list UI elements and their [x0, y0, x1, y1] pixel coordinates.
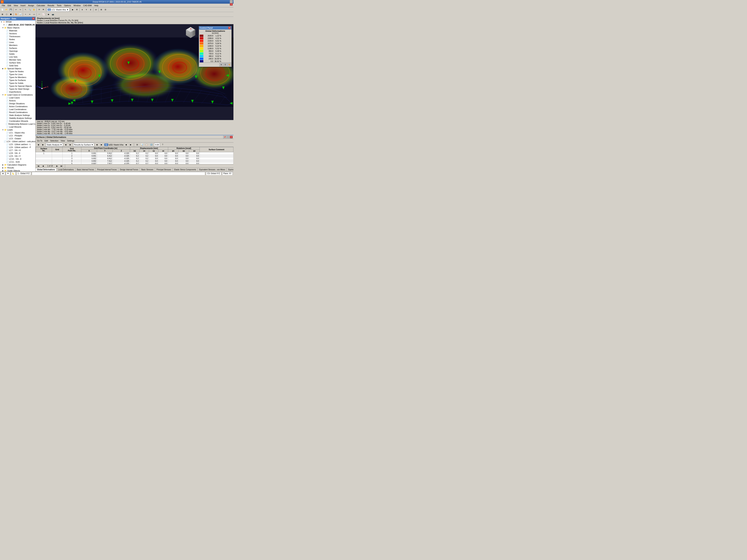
tree-item-load-wizards[interactable]: 📄Load Wizards [0, 126, 35, 128]
table-row[interactable]: 50.0027.912-0.3250.20.20.00.00.00.00.0 [36, 162, 233, 164]
results-table-wrapper[interactable]: SurfaceNo. Grid GridPoint No. Grid Point… [35, 147, 233, 164]
openings-arrow[interactable] [4, 50, 6, 52]
types-lines-arrow[interactable] [4, 73, 6, 76]
tree-item-stability-analysis[interactable]: 📄Stability Analysis Settings [0, 117, 35, 119]
page-next-button[interactable]: ▶ [55, 164, 59, 168]
settings-button[interactable]: ⚙ [75, 8, 79, 12]
solid-button[interactable]: ⬢ [9, 12, 13, 17]
menu-item-insert[interactable]: Insert [19, 4, 27, 7]
maximize-button[interactable]: □ [230, 1, 233, 3]
lc5-arrow[interactable] [4, 143, 6, 145]
extra-button-2[interactable]: ⊟ [103, 8, 107, 12]
types-solids-arrow[interactable] [4, 82, 6, 84]
status-icon-2[interactable]: 👁 [6, 172, 10, 175]
lc2-arrow[interactable] [4, 135, 6, 137]
tree-item-members[interactable]: 📄Members [0, 44, 35, 47]
tree-item-solid-sets[interactable]: 📄Solid Sets [0, 64, 35, 67]
tree-item-types-surfaces[interactable]: 📄Types for Surfaces [0, 79, 35, 82]
tree-item-combination-wizards[interactable]: 📄Combination Wizards [0, 119, 35, 123]
tree-item-results[interactable]: ▶📁Results [0, 166, 35, 169]
menu-item-file[interactable]: File [1, 4, 6, 7]
tree-item-types-solids[interactable]: 📄Types for Solids [0, 82, 35, 85]
analysis-next-button[interactable]: ▶ [69, 143, 72, 147]
result-tab-6[interactable]: Principal Stresses [155, 168, 173, 171]
results-maximize-button[interactable]: □ [227, 136, 229, 138]
tree-item-load-cases-sub[interactable]: 📄Load Cases [0, 96, 35, 99]
rfem-arrow[interactable]: ▼ [0, 21, 3, 23]
action-combinations-arrow[interactable] [4, 105, 6, 108]
members-arrow[interactable] [4, 44, 6, 46]
tree-item-lc7[interactable]: 📄LC7 - Vítr +X [0, 149, 35, 152]
table-btn-2[interactable]: 📊 [140, 143, 144, 147]
sections-arrow[interactable] [4, 32, 6, 35]
menu-item-window[interactable]: Window [72, 4, 82, 7]
tree-item-lines[interactable]: 📄Lines [0, 41, 35, 44]
result-button[interactable]: 📈 [42, 12, 45, 17]
tree-item-actions[interactable]: 📄Actions [0, 99, 35, 102]
result-tab-9[interactable]: Equivalent Stresses - Tresca [227, 168, 233, 171]
lc3-arrow[interactable] [4, 137, 6, 140]
tree-item-loads[interactable]: ▼📁Loads [0, 128, 35, 131]
surfaces-arrow[interactable] [4, 47, 6, 49]
pan-button[interactable]: ✋ [32, 8, 36, 12]
wireframe-button[interactable]: ⬡ [5, 12, 8, 17]
line-sets-arrow[interactable] [4, 56, 6, 58]
cp-close-button[interactable]: ✕ [228, 27, 231, 29]
special-objects-arrow[interactable]: ▶ [2, 68, 4, 70]
menu-edit[interactable]: Edit [44, 139, 49, 142]
menu-item-cad-bim[interactable]: CAD-BIM [82, 4, 93, 7]
tree-item-result-combinations[interactable]: 📄Result Combinations [0, 111, 35, 114]
menu-item-options[interactable]: Options [63, 4, 72, 7]
animate-button[interactable]: ▶ [47, 12, 51, 17]
load-wizards-arrow[interactable] [4, 126, 6, 128]
menu-item-tools[interactable]: Tools [56, 4, 62, 7]
deform-button[interactable]: 〰 [37, 12, 41, 17]
table-btn-3[interactable]: 📋 [145, 143, 149, 147]
tree-item-lc2[interactable]: 📄LC2 - Předpětí [0, 134, 35, 137]
axis-x-button[interactable]: X [80, 8, 84, 12]
result-tab-4[interactable]: Design Internal Forces [118, 168, 140, 171]
lc-prev-button[interactable]: ◀ [124, 143, 128, 147]
tree-item-calc-diagrams[interactable]: ▶📁Calculation Diagrams [0, 163, 35, 166]
select-button[interactable]: ↖ [24, 8, 28, 12]
basic-objects-arrow[interactable]: ▼ [2, 27, 4, 29]
tree-item-relationship[interactable]: 📄Relationship Between Load Cases [0, 123, 35, 126]
lc7-arrow[interactable] [4, 149, 6, 151]
file-arrow[interactable]: ▼ [3, 24, 5, 26]
color-button[interactable]: 🎨 [14, 12, 18, 17]
menu-item-edit[interactable]: Edit [6, 4, 12, 7]
tree-item-load-cases[interactable]: ▼📁Load Cases & Combinations [0, 93, 35, 96]
result-tab-5[interactable]: Basic Stresses [140, 168, 155, 171]
tree-item-lc3[interactable]: 📄LC3 - Ostatní [0, 137, 35, 140]
actions-arrow[interactable] [4, 100, 6, 102]
lc1-arrow[interactable] [4, 132, 6, 134]
close-button[interactable]: ✕ [230, 3, 233, 6]
menu-item-assign[interactable]: Assign [27, 4, 35, 7]
member-button[interactable]: ━ [28, 12, 32, 17]
tree-item-basic-objects[interactable]: ▼📁Basic Objects [0, 26, 35, 29]
types-members-arrow[interactable] [4, 76, 6, 78]
table-row[interactable]: 40.0027.412-0.3250.20.20.00.00.00.00.0 [36, 160, 233, 162]
results-arrow[interactable]: ▶ [2, 167, 4, 169]
tree-item-load-combinations[interactable]: 📄Load Combinations [0, 108, 35, 111]
lc9-arrow[interactable] [4, 155, 6, 157]
types-nodes-arrow[interactable] [4, 70, 6, 73]
analysis-type-dropdown[interactable]: Static Analysis ▼ [46, 143, 63, 146]
tree-item-lc5[interactable]: 📄LC5 - Užitné zatížení - L [0, 143, 35, 146]
result-tab-2[interactable]: Basic Internal Forces [76, 168, 96, 171]
tree-item-sections[interactable]: 📄Sections [0, 32, 35, 35]
compass-cube[interactable]: N Z Y [184, 26, 197, 39]
results-next-button[interactable]: ▶ [41, 143, 45, 147]
new-button[interactable]: 📄 [0, 8, 4, 12]
menu-item-view[interactable]: View [12, 4, 19, 7]
open-button[interactable]: 📂 [5, 8, 8, 12]
render-button[interactable]: ▶ [71, 8, 75, 12]
view-button[interactable]: 👁 [42, 8, 45, 12]
tree-item-action-combinations[interactable]: 📄Action Combinations [0, 105, 35, 108]
tree-file[interactable]: ▼ 📄 2023-05-02_ZOO TABOR.rf6 [0, 23, 35, 26]
axis-y-button[interactable]: Y [84, 8, 88, 12]
tree-item-line-sets[interactable]: 📄Line Sets [0, 55, 35, 58]
status-cs[interactable]: 1 - Global XYZ [17, 172, 31, 175]
lc11-arrow[interactable] [4, 161, 6, 163]
tree-item-surface-sets[interactable]: 📄Surface Sets [0, 61, 35, 64]
